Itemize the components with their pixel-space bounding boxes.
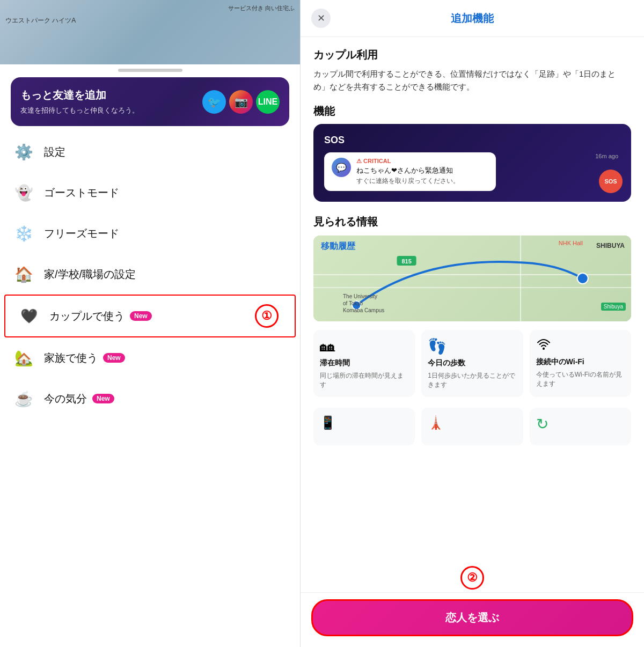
map-inner: 815 移動履歴 SHIBUYA NHK Hall The University… [313,236,631,321]
sos-notification: 💬 CRITICAL ねこちゃん❤さんから緊急通知 すぐに連絡を取り戻ってくださ… [324,152,496,191]
twitter-icon[interactable]: 🐦 [202,90,226,114]
loading-icon: ↻ [536,415,548,433]
wifi-icon [536,337,551,354]
couple-label: カップルで使う [49,309,125,323]
family-new-badge: New [103,353,125,363]
menu-list: ⚙️ 設定 👻 ゴーストモード ❄️ フリーズモード 🏠 家/学校/職場の設定 … [0,131,300,419]
bottom-bar: ② 恋人を選ぶ [301,592,644,647]
settings-label: 設定 [44,145,65,159]
sos-notif-avatar: 💬 [332,158,351,177]
svg-point-4 [543,348,545,350]
invite-banner[interactable]: もっと友達を追加 友達を招待してもっと仲良くなろう。 🐦 📷 LINE [11,77,289,126]
map-location-text: ウエストパーク ハイツA [5,16,76,25]
map-view: 815 移動履歴 SHIBUYA NHK Hall The University… [313,236,631,321]
partial-card-1: 📱 [313,408,415,445]
sos-critical-label: CRITICAL [356,158,459,165]
tower-icon: 🗼 [428,415,444,430]
ghost-label: ゴーストモード [44,186,119,200]
freeze-icon: ❄️ [13,223,34,244]
map-background: ウエストパーク ハイツA サービス付き 向い住宅ふ [0,0,300,64]
sidebar-item-family[interactable]: 🏡 家族で使う New [0,337,300,378]
sos-submessage: すぐに連絡を取り戻ってください。 [356,177,459,186]
wifi-title: 接続中のWi-Fi [536,357,584,367]
couple-section-desc: カップル間で利用することができる、位置情報だけではなく「足跡」や「1日のまとめ」… [313,68,631,93]
info-card-stay: 🏘 滞在時間 同じ場所の滞在時間が見えます [313,330,415,397]
map-university-label: The Universityof TokyoKomaba Campus [343,293,384,314]
annotation-1-circle: ① [255,304,279,328]
stay-desc: 同じ場所の滞在時間が見えます [320,371,408,389]
couple-heart-icon: 🖤 [18,305,40,327]
stay-icon: 🏘 [320,337,335,355]
sos-red-badge: SOS [599,170,623,193]
map-station-badge: Shibuya [601,303,626,311]
couple-section-title: カップル利用 [313,48,631,62]
info-cards-grid: 🏘 滞在時間 同じ場所の滞在時間が見えます 👣 今日の歩数 1日何歩歩いたか見る… [313,330,631,397]
svg-point-1 [577,273,588,284]
sidebar-item-home[interactable]: 🏠 家/学校/職場の設定 [0,254,300,295]
info-card-steps: 👣 今日の歩数 1日何歩歩いたか見ることができます [421,330,523,397]
map-shibuya-label: SHIBUYA [596,242,625,249]
invite-banner-icons: 🐦 📷 LINE [202,90,280,114]
select-partner-button[interactable]: 恋人を選ぶ [311,599,633,636]
panel-title: 追加機能 [331,11,614,26]
home-label: 家/学校/職場の設定 [44,267,136,282]
sidebar-item-couple[interactable]: 🖤 カップルで使う New ① [4,295,296,337]
family-home-icon: 🏡 [13,347,34,369]
close-button[interactable]: ✕ [311,9,331,28]
info-section-title: 見られる情報 [313,215,631,229]
home-icon: 🏠 [13,263,34,285]
sos-label: SOS [324,135,620,146]
invite-banner-subtitle: 友達を招待してもっと仲良くなろう。 [20,106,139,115]
sidebar-item-settings[interactable]: ⚙️ 設定 [0,131,300,172]
annotation-2-circle: ② [460,566,484,590]
steps-title: 今日の歩数 [428,358,465,368]
partial-cards-grid: 📱 🗼 ↻ [313,408,631,445]
map-title-label: 移動履歴 [321,241,355,252]
sidebar-item-freeze[interactable]: ❄️ フリーズモード [0,213,300,254]
family-label: 家族で使う [44,351,98,365]
sidebar-item-mood[interactable]: ☕ 今の気分 New [0,378,300,419]
sos-message: ねこちゃん❤さんから緊急通知 [356,166,459,175]
phone-notch [118,69,182,72]
mood-label: 今の気分 [44,392,87,406]
right-header: ✕ 追加機能 [301,0,644,37]
steps-desc: 1日何歩歩いたか見ることができます [428,371,516,389]
sos-notif-text: CRITICAL ねこちゃん❤さんから緊急通知 すぐに連絡を取り戻ってください。 [356,158,459,186]
stay-title: 滞在時間 [320,358,350,368]
invite-banner-title: もっと友達を追加 [20,88,139,102]
info-card-wifi: 接続中のWi-Fi 今使っているWi-Fiの名前が見えます [530,330,631,397]
invite-banner-text: もっと友達を追加 友達を招待してもっと仲良くなろう。 [20,88,139,115]
gear-icon: ⚙️ [13,141,34,163]
sidebar-item-ghost[interactable]: 👻 ゴーストモード [0,172,300,213]
instagram-icon[interactable]: 📷 [229,90,253,114]
mood-new-badge: New [92,394,114,403]
map-service-text: サービス付き 向い住宅ふ [228,4,295,12]
close-icon: ✕ [317,12,325,24]
features-section-title: 機能 [313,104,631,119]
svg-text:815: 815 [401,258,411,264]
sos-time: 16m ago [595,153,618,159]
partial-card-3: ↻ [530,408,631,445]
sos-card: SOS 💬 CRITICAL ねこちゃん❤さんから緊急通知 すぐに連絡を取り戻っ… [313,124,631,202]
partial-card-2: 🗼 [421,408,523,445]
line-icon[interactable]: LINE [256,90,280,114]
phone-icon: 📱 [320,415,336,430]
ghost-icon: 👻 [13,182,34,203]
left-panel: ウエストパーク ハイツA サービス付き 向い住宅ふ もっと友達を追加 友達を招待… [0,0,301,647]
right-content: カップル利用 カップル間で利用することができる、位置情報だけではなく「足跡」や「… [301,37,644,592]
freeze-label: フリーズモード [44,226,119,241]
map-nhk-label: NHK Hall [559,240,583,246]
steps-icon: 👣 [428,337,447,355]
couple-new-badge: New [130,311,152,321]
wifi-desc: 今使っているWi-Fiの名前が見えます [536,370,625,388]
mood-cup-icon: ☕ [13,388,34,409]
right-panel: ✕ 追加機能 カップル利用 カップル間で利用することができる、位置情報だけではな… [301,0,644,647]
